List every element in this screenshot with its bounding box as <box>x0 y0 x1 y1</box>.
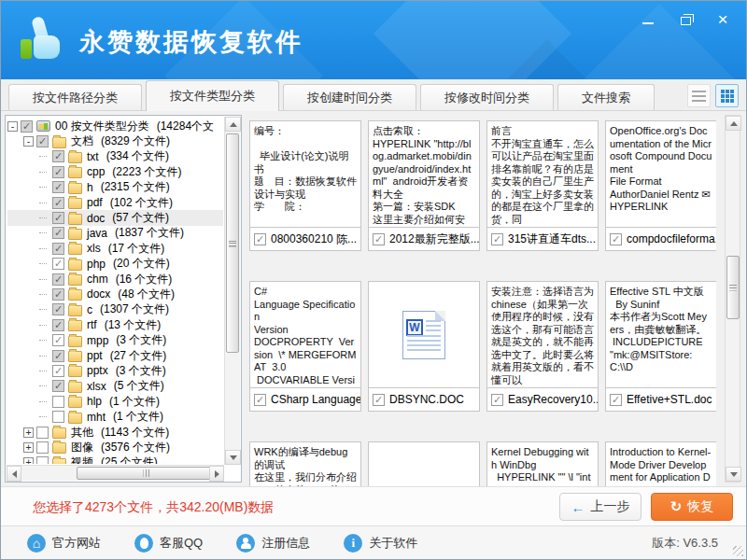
checkbox[interactable]: ✓ <box>52 288 64 301</box>
checkbox[interactable] <box>36 441 49 454</box>
tree-horizontal-scrollbar[interactable] <box>7 465 224 481</box>
file-card[interactable] <box>368 441 480 486</box>
expand-toggle-icon[interactable]: + <box>23 457 34 464</box>
scroll-up-button[interactable] <box>225 117 241 132</box>
scroll-down-button[interactable] <box>225 450 241 465</box>
checkbox[interactable]: ✓ <box>52 197 64 209</box>
file-card[interactable]: 安装注意：选择语言为chinese（如果第一次使用程序的时候，没有选这个，那有可… <box>486 281 599 412</box>
tab-5[interactable]: 文件搜索 <box>557 84 655 110</box>
scroll-up-button[interactable] <box>726 116 741 131</box>
tree-item[interactable]: +视频(25 个文件) <box>7 455 223 464</box>
tree-hscroll-thumb[interactable] <box>77 467 217 480</box>
file-card[interactable]: 点击索取： HYPERLINK "http://blog.admarket.mo… <box>368 120 480 251</box>
expand-toggle-icon[interactable]: + <box>23 442 34 453</box>
checkbox[interactable]: ✓ <box>254 394 266 406</box>
back-button[interactable]: ← 上一步 <box>559 493 641 521</box>
file-card[interactable]: Introduction to Kernel-Mode Driver Devel… <box>605 441 716 486</box>
scroll-right-button[interactable] <box>209 466 224 482</box>
footer-link-4[interactable]: 关于软件 <box>344 534 417 553</box>
tab-4[interactable]: 按修改时间分类 <box>420 84 554 110</box>
tree-item[interactable]: mht(1 个文件) <box>7 409 223 424</box>
checkbox[interactable] <box>52 411 64 423</box>
checkbox[interactable]: ✓ <box>52 380 64 392</box>
tree-item[interactable]: +图像(3576 个文件) <box>7 440 223 455</box>
file-card[interactable]: OpenOffice.org's Documentation of the Mi… <box>605 120 716 251</box>
checkbox[interactable]: ✓ <box>52 334 64 346</box>
tree-vertical-scrollbar[interactable] <box>224 117 240 465</box>
recover-button[interactable]: ↻ 恢复 <box>651 493 733 521</box>
footer-link-3[interactable]: 注册信息 <box>236 534 310 553</box>
tree-item[interactable]: ✓chm(16 个文件) <box>7 272 223 287</box>
tree-item[interactable]: ✓php(20 个文件) <box>7 257 223 272</box>
resize-grip[interactable] <box>733 546 743 556</box>
tree-item[interactable]: ✓xlsx(5 个文件) <box>7 379 223 394</box>
file-card[interactable]: W✓DBSYNC.DOC <box>368 281 480 412</box>
file-card[interactable]: Kernel Debugging with WinDbg HYPERLINK "… <box>486 441 599 486</box>
tree-item[interactable]: ✓c(1307 个文件) <box>7 302 223 317</box>
checkbox[interactable]: ✓ <box>52 181 64 193</box>
list-view-icon[interactable] <box>687 84 711 107</box>
checkbox[interactable]: ✓ <box>373 394 385 406</box>
footer-link-1[interactable]: 官方网站 <box>27 534 101 553</box>
file-card[interactable]: Effective STL 中文版 By Suninf 本书作者为Scott M… <box>605 281 716 412</box>
checkbox[interactable]: ✓ <box>52 212 64 224</box>
checkbox[interactable]: ✓ <box>52 227 64 239</box>
checkbox[interactable]: ✓ <box>491 233 503 245</box>
tree-item[interactable]: ✓pdf(102 个文件) <box>7 195 223 210</box>
grid-view-icon[interactable] <box>715 84 739 107</box>
scroll-down-button[interactable] <box>726 467 741 482</box>
checkbox[interactable]: ✓ <box>610 394 622 406</box>
tree-item[interactable]: hlp(1 个文件) <box>7 394 223 409</box>
tab-2[interactable]: 按文件类型分类 <box>146 80 279 111</box>
checkbox[interactable] <box>52 396 64 408</box>
checkbox[interactable]: ✓ <box>52 365 64 377</box>
tree-item[interactable]: ✓xls(17 个文件) <box>7 241 223 256</box>
checkbox[interactable]: ✓ <box>52 150 64 162</box>
tree-item[interactable]: -✓00 按文件类型分类(14284个文 <box>7 119 223 133</box>
tree-item[interactable]: +其他(1143 个文件) <box>7 425 223 440</box>
file-card[interactable]: C# Language Specification Version DOCPRO… <box>249 281 361 412</box>
checkbox[interactable]: ✓ <box>36 135 49 147</box>
tab-1[interactable]: 按文件路径分类 <box>8 84 142 110</box>
checkbox[interactable]: ✓ <box>52 258 64 270</box>
maximize-button[interactable] <box>677 11 694 28</box>
file-card[interactable]: 编号： 毕业设计(论文)说明书 题 目：数据恢复软件设计与实现 学 院：✓080… <box>249 120 361 251</box>
checkbox[interactable]: ✓ <box>52 303 64 315</box>
checkbox[interactable]: ✓ <box>52 350 64 362</box>
tree-item[interactable]: ✓mpp(3 个文件) <box>7 332 223 347</box>
scroll-left-button[interactable] <box>7 466 21 482</box>
checkbox[interactable]: ✓ <box>610 233 622 245</box>
tree-item[interactable]: ✓rtf(13 个文件) <box>7 317 223 332</box>
minimize-button[interactable] <box>640 11 656 28</box>
checkbox[interactable]: ✓ <box>491 394 503 406</box>
checkbox[interactable]: ✓ <box>373 233 385 245</box>
tree-item[interactable]: ✓cpp(2223 个文件) <box>7 164 223 179</box>
tree-item[interactable]: ✓pptx(3 个文件) <box>7 363 223 378</box>
tree-item[interactable]: ✓docx(48 个文件) <box>7 287 223 301</box>
cards-vertical-scrollbar[interactable] <box>725 115 740 483</box>
expand-toggle-icon[interactable]: + <box>23 427 34 438</box>
checkbox[interactable]: ✓ <box>52 243 64 255</box>
tab-3[interactable]: 按创建时间分类 <box>283 84 416 110</box>
close-button[interactable]: × <box>714 11 731 28</box>
tree-item[interactable]: ✓txt(334 个文件) <box>7 149 223 164</box>
tree-scroll-thumb[interactable] <box>226 133 239 353</box>
tree-item[interactable]: ✓ppt(27 个文件) <box>7 348 223 363</box>
tree-item[interactable]: -✓文档(8329 个文件) <box>7 133 223 148</box>
tree-item[interactable]: ✓doc(57 个文件) <box>7 210 223 225</box>
cards-scroll-thumb[interactable] <box>726 256 740 319</box>
expand-toggle-icon[interactable]: - <box>7 121 18 132</box>
file-card[interactable]: WRK的编译与debug的调试 在这里，我们分布介绍一下基本的WRK的 <box>249 441 361 486</box>
checkbox[interactable] <box>36 427 49 439</box>
checkbox[interactable]: ✓ <box>52 273 64 286</box>
expand-toggle-icon[interactable]: - <box>23 136 34 147</box>
checkbox[interactable]: ✓ <box>52 319 64 331</box>
file-card[interactable]: 前言 不开淘宝直通车，怎么可以让产品在淘宝里面排名靠前呢？有的店是卖女装的自己厂… <box>486 120 599 251</box>
checkbox[interactable]: ✓ <box>52 166 64 178</box>
checkbox[interactable] <box>36 456 49 464</box>
tree-item[interactable]: ✓java(1837 个文件) <box>7 226 223 241</box>
tree-item[interactable]: ✓h(2315 个文件) <box>7 180 223 195</box>
footer-link-2[interactable]: 客服QQ <box>134 534 203 553</box>
checkbox[interactable]: ✓ <box>254 233 266 245</box>
checkbox[interactable]: ✓ <box>21 120 33 133</box>
